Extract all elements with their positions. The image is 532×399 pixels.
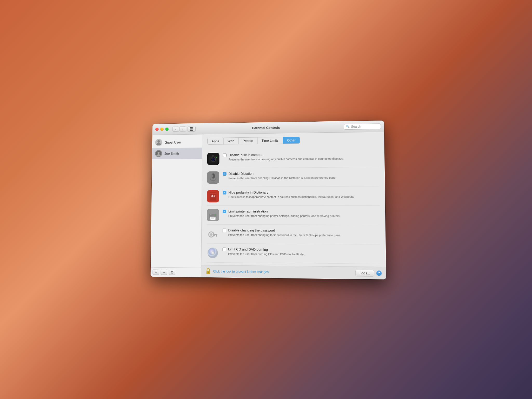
dictation-desc: Prevents the user from enabling Dictatio… — [228, 176, 379, 181]
bottom-bar: Click the lock to prevent further change… — [201, 265, 386, 279]
svg-rect-0 — [190, 127, 191, 128]
key-icon — [207, 228, 219, 240]
printer-svg — [208, 210, 218, 220]
svg-rect-3 — [190, 128, 191, 129]
svg-rect-4 — [191, 128, 192, 129]
guest-user-label: Guest User — [165, 140, 181, 144]
svg-rect-21 — [212, 175, 213, 178]
setting-camera: Disable built-in camera Prevents the use… — [207, 148, 379, 168]
tab-group: Apps Web People Time Limits Other — [207, 137, 300, 145]
tab-other[interactable]: Other — [283, 137, 300, 144]
back-button[interactable]: ‹ — [172, 127, 179, 132]
camera-setting-area: Disable built-in camera Prevents the use… — [223, 151, 379, 162]
dictionary-title: Hide profanity in Dictionary — [228, 190, 268, 194]
maximize-button[interactable] — [165, 128, 169, 131]
printer-checkbox[interactable] — [223, 210, 226, 213]
tabs-bar: Apps Web People Time Limits Other — [202, 132, 384, 147]
svg-rect-37 — [216, 235, 217, 237]
key-svg — [208, 229, 218, 239]
setting-dictation: Disable Dictation Prevents the user from… — [207, 167, 380, 187]
grid-button[interactable] — [188, 126, 196, 132]
user-settings-button[interactable]: ⚙ — [169, 270, 176, 275]
dictionary-desc: Limits access to inappropriate content i… — [228, 195, 380, 199]
svg-rect-31 — [211, 218, 214, 219]
sidebar: Guest User Joe Smith + − ⚙ — [150, 134, 202, 277]
search-input[interactable] — [351, 124, 378, 128]
dictation-setting-area: Disable Dictation Prevents the user from… — [223, 170, 380, 181]
lock-icon — [205, 268, 211, 275]
password-desc: Prevents the user from changing their pa… — [228, 233, 380, 238]
close-button[interactable] — [155, 128, 159, 131]
password-label-row: Disable changing the password — [223, 228, 380, 233]
svg-point-32 — [215, 215, 216, 216]
svg-rect-16 — [212, 155, 214, 157]
tab-web[interactable]: Web — [223, 138, 238, 144]
camera-desc: Prevents the user from accessing any bui… — [229, 156, 379, 162]
dvd-title: Limit CD and DVD burning — [228, 247, 268, 251]
dictation-label-row: Disable Dictation — [223, 171, 380, 176]
grid-icon — [190, 127, 194, 131]
password-title: Disable changing the password — [228, 228, 275, 232]
sidebar-item-guest[interactable]: Guest User — [152, 136, 202, 148]
forward-button[interactable]: › — [179, 126, 186, 131]
password-checkbox[interactable] — [223, 228, 226, 232]
printer-title: Limit printer administration — [228, 209, 268, 213]
svg-rect-18 — [212, 174, 215, 179]
svg-rect-30 — [211, 217, 215, 218]
minimize-button[interactable] — [160, 128, 164, 131]
svg-point-35 — [210, 233, 212, 236]
camera-title: Disable built-in camera — [229, 153, 263, 157]
add-user-button[interactable]: + — [152, 270, 159, 275]
setting-dictionary: Aa Hide profanity in Dictionary Limits a… — [207, 186, 380, 206]
svg-text:Aa: Aa — [211, 194, 215, 198]
settings-list: Disable built-in camera Prevents the use… — [201, 145, 386, 267]
dvd-desc: Prevents the user from burning CDs and D… — [228, 252, 380, 257]
dictionary-icon: Aa — [207, 190, 219, 203]
disc-icon — [207, 247, 219, 259]
printer-setting-area: Limit printer administration Prevents th… — [223, 209, 380, 218]
dictionary-setting-area: Hide profanity in Dictionary Limits acce… — [223, 190, 380, 199]
svg-point-41 — [212, 252, 213, 254]
svg-rect-38 — [214, 235, 215, 236]
svg-rect-5 — [192, 128, 193, 129]
svg-rect-1 — [191, 127, 192, 128]
search-icon: 🔍 — [346, 125, 350, 128]
svg-rect-28 — [210, 211, 216, 214]
svg-rect-33 — [210, 214, 211, 215]
lock-area[interactable]: Click the lock to prevent further change… — [205, 268, 270, 276]
svg-rect-8 — [192, 130, 193, 131]
logs-button[interactable]: Logs... — [355, 270, 374, 277]
dvd-setting-area: Limit CD and DVD burning Prevents the us… — [222, 247, 380, 257]
nav-buttons: ‹ › — [172, 126, 186, 131]
svg-rect-2 — [192, 127, 193, 128]
main-panel: Apps Web People Time Limits Other — [201, 132, 386, 280]
setting-printer: Limit printer administration Prevents th… — [207, 206, 380, 225]
svg-rect-22 — [214, 175, 214, 178]
avatar-joe — [155, 150, 162, 157]
dictionary-label-row: Hide profanity in Dictionary — [223, 190, 380, 195]
remove-user-button[interactable]: − — [161, 270, 167, 275]
dictation-checkbox[interactable] — [223, 172, 227, 176]
tab-time-limits[interactable]: Time Limits — [257, 137, 283, 144]
search-box[interactable]: 🔍 — [344, 123, 381, 130]
main-content: Guest User Joe Smith + − ⚙ — [150, 132, 386, 280]
svg-rect-36 — [213, 234, 217, 235]
password-setting-area: Disable changing the password Prevents t… — [223, 228, 380, 238]
camera-checkbox[interactable] — [223, 153, 227, 157]
sidebar-item-joe[interactable]: Joe Smith — [152, 148, 202, 159]
svg-rect-26 — [210, 193, 216, 194]
camera-svg — [208, 154, 218, 164]
parental-controls-window: ‹ › Parental Controls 🔍 — [150, 121, 386, 280]
tab-apps[interactable]: Apps — [208, 138, 223, 144]
camera-label-row: Disable built-in camera — [223, 152, 379, 157]
printer-desc: Prevents the user from changing printer … — [228, 214, 380, 218]
dictionary-checkbox[interactable] — [223, 191, 227, 194]
setting-dvd: Limit CD and DVD burning Prevents the us… — [207, 243, 381, 264]
camera-icon — [207, 153, 219, 165]
microphone-svg — [208, 172, 218, 183]
tab-people[interactable]: People — [238, 137, 257, 144]
help-button[interactable]: ? — [376, 270, 382, 276]
avatar-guest — [155, 139, 162, 146]
dvd-checkbox[interactable] — [222, 247, 226, 251]
joe-smith-label: Joe Smith — [164, 151, 179, 155]
